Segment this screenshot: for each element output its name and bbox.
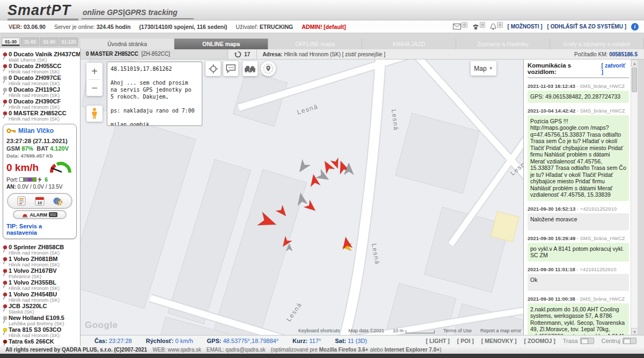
vehicle-list-item[interactable]: Tara 815 S3 053COHliník nad Hronom (SK) — [0, 326, 80, 338]
vehicle-location: Malé Uherce (SK) — [9, 57, 80, 63]
options-button[interactable]: [ MOŽNOSTI ] — [508, 24, 543, 29]
driver-note-input[interactable] — [107, 62, 202, 126]
street-view-pegman[interactable] — [86, 106, 103, 122]
chat-message: 2021-11-03 16:12:43 - SMS_brána_HWCZGPS:… — [528, 83, 629, 103]
messages-button[interactable]: 0 — [453, 24, 467, 29]
vehicle-location: Hliník nad Hronom (SK) — [9, 286, 60, 291]
info-icon[interactable]: i — [631, 23, 639, 31]
gsm-label: GSM — [6, 145, 20, 152]
traffic-button[interactable] — [243, 61, 258, 76]
tab-kniha-jazd[interactable]: KNIHA JÁZD — [362, 39, 456, 49]
settings-globe-icon[interactable] — [53, 196, 63, 206]
driver-name[interactable]: Milan Vlčko — [18, 127, 54, 135]
user-name: ETRUCKING — [260, 24, 293, 30]
server-label: Server je online: — [54, 24, 95, 30]
chat-message-timestamp: 2021-10-04 14:42:42 - SMS_brána_HWCZ — [528, 108, 629, 114]
vehicle-list-item[interactable]: 0 Ducato ZH390CFHliník nad Hronom (SK) — [0, 98, 80, 110]
email-link[interactable]: qadra@qadra.sk — [225, 347, 265, 353]
port-indicators — [19, 176, 36, 183]
vehicle-name: 1 Volvo ZH167BV — [9, 268, 57, 274]
map-type-button[interactable]: Map▼ — [471, 61, 496, 76]
address-refine-link[interactable]: [ zistiť presnejšie ] — [342, 51, 385, 57]
vehicle-marker[interactable] — [286, 243, 293, 252]
zoom-in-button[interactable]: + — [86, 63, 103, 79]
vehicle-location: Hliník nad Hronom (SK) — [9, 81, 61, 86]
vehicle-location: Slaská (SK) — [9, 309, 47, 315]
toggle-switch-trasa[interactable] — [580, 338, 594, 344]
vehicle-pager: 01-3031-6061-9091-120 — [2, 38, 78, 46]
calendar-icon[interactable]: 10 — [35, 196, 45, 206]
tab-online-mapa[interactable]: ONLINE mapa — [174, 39, 268, 49]
report-error-link[interactable]: Report a map error — [480, 328, 521, 333]
vehicle-list-item[interactable]: 0 Ducato ZH119CJHliník nad Hronom (SK) — [0, 86, 80, 98]
tab-grafy-a-zaznamy-a-ostatne[interactable]: Grafy a záznamy a ostatné — [550, 39, 644, 49]
chat-message-timestamp: 2021-09-30 11:00:38 - SMS_brána_HWCZ — [528, 296, 629, 302]
tab-zoznamy-a-ciselniky[interactable]: Zoznamy a číselníky — [456, 39, 550, 49]
pager-61-90[interactable]: 61-90 — [40, 38, 58, 46]
google-logo: Google — [85, 320, 118, 331]
vehicle-list-item[interactable]: Tatra 6x6 266CKHliník nad Hronom (SK) — [0, 338, 80, 346]
admin-profile: [default] — [324, 24, 346, 30]
locate-button[interactable] — [206, 61, 221, 76]
vehicle-list-item[interactable]: 1 Volvo ZH167BVPohranice (SK) — [0, 267, 80, 279]
report-icon[interactable] — [17, 196, 27, 206]
vehicle-list-item[interactable]: New Holland E109.5Lehôtka pod Brehmy (SK… — [0, 315, 80, 326]
chat-message-bubble: po vykl.v A 8141 potom pokracuj vykl. SC… — [528, 243, 629, 262]
vehicle-list-item[interactable]: 1 Volvo ZH355BLHliník nad Hronom (SK) — [0, 279, 80, 291]
chat-message: 2021-09-30 11:01:18 - +421911252910Ok — [528, 266, 629, 291]
map-canvas[interactable]: LesnáLesnáLesnáLesnáLesná + − Map▼ Googl… — [80, 59, 523, 335]
statusbar-button-light[interactable]: [ LIGHT ] — [426, 338, 449, 344]
vehicle-pin-icon — [2, 111, 9, 119]
poi-button[interactable] — [261, 61, 276, 76]
chat-message: 2021-09-30 16:52:13 - +421911252910Nalož… — [528, 206, 629, 230]
zoom-out-button[interactable]: − — [86, 80, 103, 96]
toggle-switch-centruj[interactable] — [623, 338, 636, 344]
scroll-up-arrow[interactable]: ▲ — [631, 59, 638, 66]
chat-button[interactable] — [223, 61, 238, 76]
pager-31-60[interactable]: 31-60 — [21, 38, 39, 46]
status-sat: Sat: 11 (3D) — [335, 338, 367, 344]
statusbar-button-zoomoj[interactable]: [ ZOOMOJ ] — [524, 338, 555, 344]
refresh-control[interactable]: 17 — [228, 49, 257, 59]
vehicle-list-item[interactable]: 0 Ducato Valnik ZH437CMMalé Uherce (SK) — [0, 51, 80, 63]
vehicle-marker[interactable] — [340, 235, 354, 251]
port-indicator — [19, 177, 24, 182]
vehicle-text: 0 Sprinter ZH858CBHliník nad Hronom (SK) — [9, 244, 64, 256]
vehicle-pin-icon — [2, 292, 9, 300]
vehicle-list-item[interactable]: 1 Volvo ZH454BUHliník nad Hronom (SK) — [0, 291, 80, 303]
keyboard-shortcuts-link[interactable]: Keyboard shortcuts — [298, 328, 340, 333]
an-values: 0.0V / 0.0V / 13.5V — [18, 184, 63, 190]
chat-close-link[interactable]: [ zatvoriť ] — [602, 62, 630, 75]
vehicle-location: Hliník nad Hronom (SK) — [9, 116, 67, 122]
vehicle-pin-icon — [2, 316, 9, 324]
statusbar-button-menovky[interactable]: [ MENOVKY ] — [481, 338, 517, 344]
vehicle-list-item[interactable]: JCB JS220LCSlaská (SK) — [0, 303, 80, 315]
vehicle-list-item[interactable]: 0 Ducato ZH097CEHliník nad Hronom (SK) — [0, 74, 80, 86]
chat-message-bubble: Pozicia GPS !!! http://maps.google.com /… — [528, 115, 629, 201]
alarm-button[interactable]: ALARM 000 — [13, 210, 67, 219]
scrollbar-thumb[interactable] — [632, 68, 637, 92]
terms-link[interactable]: Terms of Use — [443, 328, 472, 333]
vehicle-list-item[interactable]: 0 Ducato ZH055CCHliník nad Hronom (SK) — [0, 63, 80, 74]
tab-offline-mapa[interactable]: OFFLINE mapa — [268, 39, 362, 49]
calls-button[interactable]: 0 — [472, 24, 485, 30]
pager-91-120[interactable]: 91-120 — [60, 38, 78, 46]
tab-uvodna-stranka[interactable]: Úvodná stránka — [80, 39, 174, 49]
chat-scrollbar[interactable]: ▲ ▼ — [631, 59, 638, 335]
pager-01-30[interactable]: 01-30 — [2, 38, 20, 46]
alerts-button[interactable]: 0 — [490, 24, 502, 30]
statusbar-button-poi[interactable]: [ POI ] — [457, 338, 474, 344]
vehicle-name: 0 Ducato ZH055CC — [9, 63, 61, 69]
speedometer-icon — [48, 161, 73, 175]
optimized-mid: alebo — [370, 347, 383, 353]
logout-button[interactable]: [ ODHLÁSIŤ SA ZO SYSTÉMU ] — [547, 24, 626, 29]
vehicle-list-item[interactable]: 0 MASTER ZH852CCHliník nad Hronom (SK) — [0, 110, 80, 122]
tip-link[interactable]: TIP: Servis a nastavenia — [6, 223, 73, 236]
scroll-down-arrow[interactable]: ▼ — [631, 328, 638, 335]
vehicle-list-item[interactable]: 1 Volvo ZH081BMHliník nad Hronom (SK) — [0, 256, 80, 267]
vehicle-list-item[interactable]: 0 Sprinter ZH858CBHliník nad Hronom (SK) — [0, 244, 80, 256]
web-link[interactable]: www.qadra.sk — [168, 347, 201, 353]
vehicle-marker[interactable] — [343, 162, 355, 176]
status-rychlost: Rýchlosť: 0 km/h — [146, 338, 193, 344]
mail-icon — [453, 24, 461, 29]
